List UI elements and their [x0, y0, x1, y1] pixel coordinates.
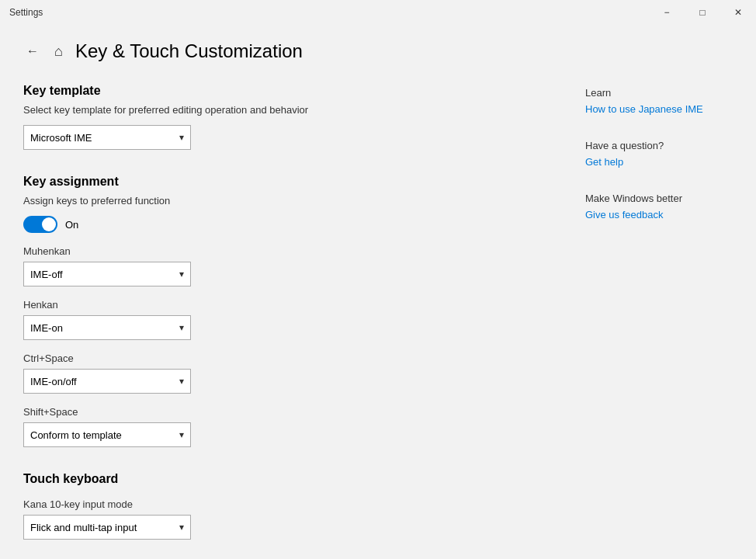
shift-space-dropdown[interactable]: Conform to template ▾	[23, 422, 191, 447]
toggle-switch[interactable]	[23, 216, 57, 233]
back-button[interactable]: ←	[23, 41, 42, 61]
shift-space-label: Shift+Space	[23, 406, 539, 418]
title-bar-title: Settings	[9, 7, 43, 18]
henkan-value: IME-on	[30, 322, 63, 334]
sidebar-feedback-heading: Make Windows better	[585, 193, 740, 204]
key-assignment-section: Key assignment Assign keys to preferred …	[23, 175, 539, 447]
main-content: ← ⌂ Key & Touch Customization Key templa…	[0, 25, 570, 559]
minimize-button[interactable]: −	[649, 0, 685, 25]
title-bar-controls: − □ ✕	[649, 0, 756, 25]
key-template-heading: Key template	[23, 84, 539, 98]
title-bar-left: Settings	[9, 7, 43, 18]
sidebar-learn-link[interactable]: How to use Japanese IME	[585, 103, 740, 115]
key-template-dropdown-value: Microsoft IME	[30, 132, 92, 144]
toggle-row: On	[23, 216, 539, 233]
kana-value: Flick and multi-tap input	[30, 522, 137, 533]
touch-keyboard-heading: Touch keyboard	[23, 472, 539, 486]
muhenkan-value: IME-off	[30, 269, 63, 280]
close-button[interactable]: ✕	[720, 0, 756, 25]
title-bar: Settings − □ ✕	[0, 0, 756, 25]
muhenkan-label: Muhenkan	[23, 245, 539, 257]
assign-label: Assign keys to preferred function	[23, 195, 539, 207]
content-area: ← ⌂ Key & Touch Customization Key templa…	[0, 25, 756, 559]
key-assignment-heading: Key assignment	[23, 175, 539, 189]
key-template-dropdown-chevron: ▾	[179, 132, 184, 143]
toggle-thumb	[42, 217, 56, 231]
page-header: ← ⌂ Key & Touch Customization	[23, 40, 539, 62]
sidebar-feedback-link[interactable]: Give us feedback	[585, 209, 740, 220]
sidebar-question-heading: Have a question?	[585, 140, 740, 151]
ctrl-space-dropdown[interactable]: IME-on/off ▾	[23, 369, 191, 394]
sidebar-question-link[interactable]: Get help	[585, 156, 740, 168]
touch-keyboard-section: Touch keyboard Kana 10-key input mode Fl…	[23, 472, 539, 540]
muhenkan-chevron: ▾	[179, 269, 184, 280]
sidebar-learn-heading: Learn	[585, 87, 740, 99]
key-template-section: Key template Select key template for pre…	[23, 84, 539, 150]
sidebar: Learn How to use Japanese IME Have a que…	[570, 25, 756, 559]
sidebar-question: Have a question? Get help	[585, 140, 740, 168]
maximize-button[interactable]: □	[685, 0, 720, 25]
shift-space-chevron: ▾	[179, 429, 184, 440]
page-title: Key & Touch Customization	[75, 40, 303, 62]
ctrl-space-chevron: ▾	[179, 376, 184, 387]
ctrl-space-label: Ctrl+Space	[23, 352, 539, 364]
ctrl-space-value: IME-on/off	[30, 376, 77, 387]
shift-space-value: Conform to template	[30, 429, 122, 441]
sidebar-learn: Learn How to use Japanese IME	[585, 87, 740, 115]
kana-chevron: ▾	[179, 522, 184, 533]
muhenkan-dropdown[interactable]: IME-off ▾	[23, 262, 191, 286]
henkan-chevron: ▾	[179, 322, 184, 333]
henkan-label: Henkan	[23, 299, 539, 311]
henkan-dropdown[interactable]: IME-on ▾	[23, 315, 191, 340]
sidebar-feedback: Make Windows better Give us feedback	[585, 193, 740, 220]
kana-label: Kana 10-key input mode	[23, 498, 539, 510]
key-template-dropdown[interactable]: Microsoft IME ▾	[23, 125, 191, 150]
toggle-label: On	[65, 219, 78, 231]
key-template-description: Select key template for preferred editin…	[23, 104, 539, 116]
home-icon[interactable]: ⌂	[54, 43, 63, 60]
kana-dropdown[interactable]: Flick and multi-tap input ▾	[23, 515, 191, 540]
